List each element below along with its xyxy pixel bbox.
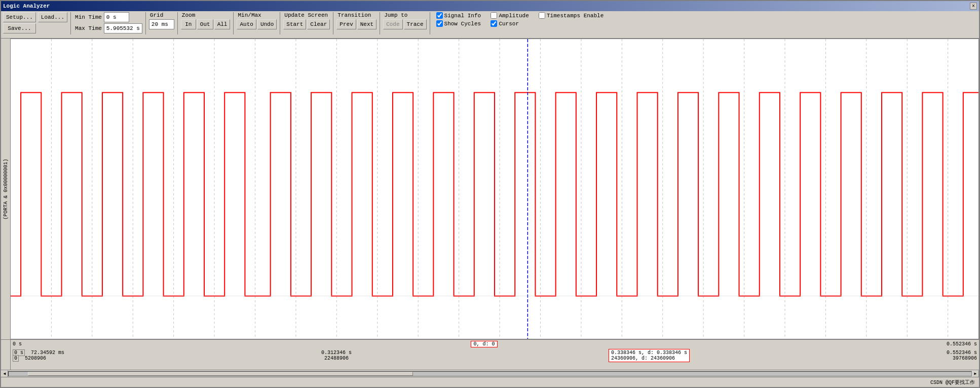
sep7 <box>380 12 380 34</box>
right-info: 0.552346 s 39768906 <box>947 350 977 361</box>
checkbox-group: Signal Info Amplitude Timestamps Enable … <box>436 12 604 27</box>
title-bar: Logic Analyzer × <box>1 1 979 11</box>
jumpto-buttons-row: Code Trace <box>383 19 426 29</box>
sep5 <box>280 12 280 34</box>
transition-prev-button[interactable]: Prev <box>336 19 356 29</box>
grid-value-row: 20 ms <box>149 19 174 29</box>
time-left: 0 s <box>13 341 22 347</box>
load-button[interactable]: Load... <box>38 12 67 22</box>
center-time2: 22488906 <box>324 356 349 361</box>
scrollbar-thumb[interactable] <box>28 372 413 376</box>
status-bar: CSDN @QF要找工作 <box>1 377 979 387</box>
chart-area[interactable]: 1 0 <box>10 39 979 339</box>
sep3 <box>177 12 178 34</box>
cursor-label: Cursor <box>499 21 519 27</box>
minmax-label: Min/Max <box>237 12 262 18</box>
jump-trace-button[interactable]: Trace <box>404 19 427 29</box>
jumpto-label: Jump to <box>383 12 408 18</box>
setup-save-group: Setup... Save... <box>3 12 36 33</box>
time-right2: 0.552346 s <box>947 350 977 356</box>
update-screen-label: Update Screen <box>283 12 329 18</box>
update-clear-button[interactable]: Clear <box>307 19 330 29</box>
status-attribution: CSDN @QF要找工作 <box>930 379 975 386</box>
zoom-group: Zoom In Out All <box>181 12 231 29</box>
logic-analyzer-window: Logic Analyzer × Setup... Save... Load..… <box>0 0 980 388</box>
show-cycles-label: Show Cycles <box>444 21 481 27</box>
show-cycles-row: Show Cycles Cursor <box>436 20 604 27</box>
scrollbar-track[interactable] <box>8 371 972 376</box>
time-group: Min Time 0 s Max Time 5.905532 s <box>74 12 142 33</box>
window-title: Logic Analyzer <box>3 3 50 9</box>
transition-label-row: Transition <box>336 12 376 18</box>
update-label-row: Update Screen <box>283 12 330 18</box>
scrollbar-area: ◀ ▶ <box>1 370 979 377</box>
zoom-buttons-row: In Out All <box>181 19 231 29</box>
time-right3: 39768906 <box>953 356 977 361</box>
time-center-readout: 0, d: 0 <box>471 341 497 347</box>
update-start-button[interactable]: Start <box>283 19 306 29</box>
signal-info-row: Signal Info Amplitude Timestamps Enable <box>436 12 604 19</box>
scroll-left-button[interactable]: ◀ <box>1 370 8 377</box>
cursor-readout-2: 24360906, d: 24360906 <box>611 356 675 361</box>
time-left2-row2: 0 5208906 <box>13 356 64 361</box>
zoom-in-button[interactable]: In <box>181 19 196 29</box>
cursor-checkbox[interactable] <box>491 20 497 27</box>
cursor-readout-1: 0.338346 s, d: 0.338346 s <box>611 350 687 356</box>
time-left2-row1: 0 s 72.34592 ms <box>13 350 64 356</box>
time-bar: 0 s 0, d: 0 0.552346 s 0 s 72.34592 ms 0… <box>10 340 979 370</box>
y-axis-label: (PORTA & 0x00000001) <box>1 39 10 339</box>
jump-code-button[interactable]: Code <box>383 19 402 29</box>
signal-info-checkbox[interactable] <box>436 12 443 19</box>
toolbar: Setup... Save... Load... Min Time 0 s Ma… <box>1 11 979 39</box>
scroll-right-button[interactable]: ▶ <box>972 370 979 377</box>
max-time-value: 5.905532 s <box>104 23 142 33</box>
close-button[interactable]: × <box>970 3 977 10</box>
left-info: 0 s 72.34592 ms 0 5208906 <box>13 350 64 361</box>
grid-value: 20 ms <box>149 19 174 29</box>
minmax-undo-button[interactable]: Undo <box>257 19 277 29</box>
sep6 <box>333 12 333 34</box>
show-cycles-checkbox[interactable] <box>436 20 443 27</box>
transition-group: Transition Prev Next <box>336 12 376 29</box>
max-time-row: Max Time 5.905532 s <box>74 23 142 33</box>
jumpto-label-row: Jump to <box>383 12 426 18</box>
transition-buttons-row: Prev Next <box>336 19 376 29</box>
minmax-group: Min/Max Auto Undo <box>237 12 277 29</box>
minmax-label-row: Min/Max <box>237 12 277 18</box>
sep4 <box>233 12 234 34</box>
transition-next-button[interactable]: Next <box>357 19 376 29</box>
amplitude-checkbox[interactable] <box>491 12 497 19</box>
zoom-label-row: Zoom <box>181 12 231 18</box>
zoom-all-button[interactable]: All <box>214 19 231 29</box>
transition-label: Transition <box>336 12 372 18</box>
sep2 <box>145 12 146 34</box>
grid-row: Grid <box>149 12 174 18</box>
timestamps-label: Timestamps Enable <box>547 13 604 19</box>
grid-label: Grid <box>149 12 164 18</box>
cursor-info: 0.338346 s, d: 0.338346 s 24360906, d: 2… <box>609 349 690 362</box>
sep8 <box>430 12 430 34</box>
setup-button[interactable]: Setup... <box>3 12 36 22</box>
update-buttons-row: Start Clear <box>283 19 330 29</box>
sep1 <box>70 12 71 34</box>
time-right: 0.552346 s <box>947 341 977 347</box>
max-time-label: Max Time <box>74 25 103 31</box>
minmax-buttons-row: Auto Undo <box>237 19 277 29</box>
min-time-label: Min Time <box>74 14 103 20</box>
center-info: 0.312346 s 22488906 <box>321 350 352 361</box>
min-time-value: 0 s <box>104 12 129 22</box>
center-time: 0.312346 s <box>321 350 352 356</box>
bottom-left-spacer <box>1 340 10 370</box>
minmax-auto-button[interactable]: Auto <box>237 19 256 29</box>
waveform-svg <box>11 39 978 339</box>
timestamps-checkbox[interactable] <box>539 12 545 19</box>
update-group: Update Screen Start Clear <box>283 12 330 29</box>
signal-info-label: Signal Info <box>444 13 481 19</box>
amplitude-label: Amplitude <box>499 13 529 19</box>
bottom-area: 0 s 0, d: 0 0.552346 s 0 s 72.34592 ms 0… <box>1 339 979 370</box>
zoom-label: Zoom <box>181 12 196 18</box>
load-group: Load... <box>38 12 67 22</box>
save-button[interactable]: Save... <box>3 23 36 33</box>
zoom-out-button[interactable]: Out <box>197 19 213 29</box>
grid-group: Grid 20 ms <box>149 12 174 29</box>
